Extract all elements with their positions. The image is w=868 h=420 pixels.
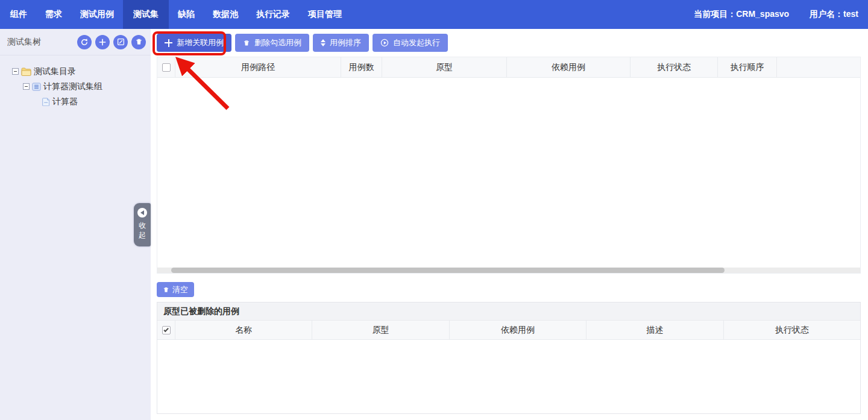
test-set-tree: 测试集目录 计算器测试集组 计算器 xyxy=(0,55,151,109)
column-header-case-count: 用例数 xyxy=(341,57,382,77)
nav-item-project-management[interactable]: 项目管理 xyxy=(299,0,351,29)
add-icon xyxy=(98,38,107,46)
column-header-name: 名称 xyxy=(175,321,312,339)
nav-item-defects[interactable]: 缺陷 xyxy=(169,0,204,29)
nav-item-label: 需求 xyxy=(45,9,62,20)
auto-execute-button[interactable]: 自动发起执行 xyxy=(373,34,448,52)
nav-item-test-cases[interactable]: 测试用例 xyxy=(71,0,123,29)
nav-item-test-sets-active[interactable]: 测试集 xyxy=(123,0,169,29)
sort-cases-button[interactable]: 用例排序 xyxy=(313,34,369,52)
select-all-cell xyxy=(157,321,175,339)
edit-node-button[interactable] xyxy=(113,35,128,49)
trash-icon xyxy=(243,39,250,47)
deleted-prototype-section: 原型已被删除的用例 名称 原型 依赖用例 描述 执行状态 xyxy=(157,302,861,414)
trash-icon xyxy=(135,38,143,46)
column-header-dependent-case: 依赖用例 xyxy=(450,321,587,339)
top-navigation: 组件 需求 测试用例 测试集 缺陷 数据池 执行记录 项目管理 当前项目：CRM… xyxy=(0,0,868,29)
nav-item-label: 数据池 xyxy=(213,9,238,20)
horizontal-scrollbar-thumb[interactable] xyxy=(171,268,725,273)
nav-item-label: 缺陷 xyxy=(178,9,195,20)
case-toolbar: 新增关联用例 删除勾选用例 用例排序 自动发起执行 xyxy=(157,29,861,52)
sidebar-header: 测试集树 xyxy=(0,29,151,55)
nav-item-label: 测试用例 xyxy=(80,9,114,20)
linked-cases-table-header: 用例路径 用例数 原型 依赖用例 执行状态 执行顺序 xyxy=(157,57,860,77)
nav-item-label: 项目管理 xyxy=(308,9,342,20)
collapse-left-icon xyxy=(137,208,147,218)
nav-item-label: 执行记录 xyxy=(256,9,290,20)
collapse-toggle-icon[interactable] xyxy=(12,68,19,75)
main-panel: 新增关联用例 删除勾选用例 用例排序 自动发起执行 xyxy=(151,29,868,420)
tree-node-label: 计算器 xyxy=(52,96,78,107)
nav-right-info: 当前项目：CRM_spasvo 用户名：test xyxy=(694,0,868,29)
sort-cases-label: 用例排序 xyxy=(330,37,361,48)
collapse-handle-label: 收起 xyxy=(138,221,146,240)
play-circle-icon xyxy=(380,39,389,47)
refresh-button[interactable] xyxy=(77,35,92,49)
sidebar-collapse-handle[interactable]: 收起 xyxy=(134,203,151,246)
deleted-cases-table-header: 名称 原型 依赖用例 描述 执行状态 xyxy=(157,321,860,340)
column-header-exec-status: 执行状态 xyxy=(724,321,860,339)
add-linked-case-label: 新增关联用例 xyxy=(177,37,224,48)
tree-node-group[interactable]: 计算器测试集组 xyxy=(23,79,151,94)
add-linked-case-button[interactable]: 新增关联用例 xyxy=(157,34,231,52)
column-header-prototype: 原型 xyxy=(312,321,449,339)
username-label: 用户名：test xyxy=(810,9,858,20)
tree-node-label: 计算器测试集组 xyxy=(43,81,102,92)
column-header-exec-order: 执行顺序 xyxy=(718,57,777,77)
tree-node-label: 测试集目录 xyxy=(34,66,76,77)
nav-item-execution-records[interactable]: 执行记录 xyxy=(247,0,299,29)
tree-node-leaf[interactable]: 计算器 xyxy=(42,94,151,109)
nav-item-components[interactable]: 组件 xyxy=(1,0,36,29)
test-set-group-icon xyxy=(32,83,41,91)
edit-icon xyxy=(117,38,125,46)
nav-item-label: 组件 xyxy=(10,9,27,20)
clear-button[interactable]: 清空 xyxy=(157,282,194,297)
folder-icon xyxy=(21,67,31,76)
column-header-blank xyxy=(777,57,860,77)
nav-item-requirements[interactable]: 需求 xyxy=(36,0,71,29)
document-icon xyxy=(42,98,50,106)
column-header-prototype: 原型 xyxy=(382,57,507,77)
deleted-prototype-section-title: 原型已被删除的用例 xyxy=(157,302,860,321)
column-header-dependent-case: 依赖用例 xyxy=(507,57,631,77)
linked-cases-table-body-empty xyxy=(157,77,860,268)
sidebar-title: 测试集树 xyxy=(7,37,74,48)
trash-icon xyxy=(163,286,169,293)
nav-item-data-pool[interactable]: 数据池 xyxy=(204,0,247,29)
delete-checked-cases-button[interactable]: 删除勾选用例 xyxy=(235,34,309,52)
select-all-checkbox[interactable] xyxy=(162,63,171,72)
column-header-exec-status: 执行状态 xyxy=(631,57,718,77)
clear-button-label: 清空 xyxy=(172,284,188,295)
auto-execute-label: 自动发起执行 xyxy=(393,37,440,48)
nav-item-label: 测试集 xyxy=(133,9,159,20)
refresh-icon xyxy=(80,38,89,46)
check-icon xyxy=(163,327,168,331)
delete-node-button[interactable] xyxy=(131,35,146,49)
plus-icon xyxy=(165,39,172,47)
delete-checked-cases-label: 删除勾选用例 xyxy=(254,37,301,48)
current-project-label: 当前项目：CRM_spasvo xyxy=(694,9,789,20)
linked-cases-table: 用例路径 用例数 原型 依赖用例 执行状态 执行顺序 xyxy=(157,57,861,274)
add-node-button[interactable] xyxy=(95,35,110,49)
select-all-cell xyxy=(157,57,175,77)
select-all-checkbox-checked[interactable] xyxy=(162,326,171,334)
tree-node-root[interactable]: 测试集目录 xyxy=(12,64,151,79)
test-set-tree-sidebar: 测试集树 测试集目录 xyxy=(0,29,151,420)
collapse-toggle-icon[interactable] xyxy=(23,83,30,90)
column-header-case-path: 用例路径 xyxy=(175,57,341,77)
horizontal-scrollbar-track[interactable] xyxy=(157,268,860,273)
column-header-description: 描述 xyxy=(587,321,723,339)
sort-icon xyxy=(321,39,326,46)
